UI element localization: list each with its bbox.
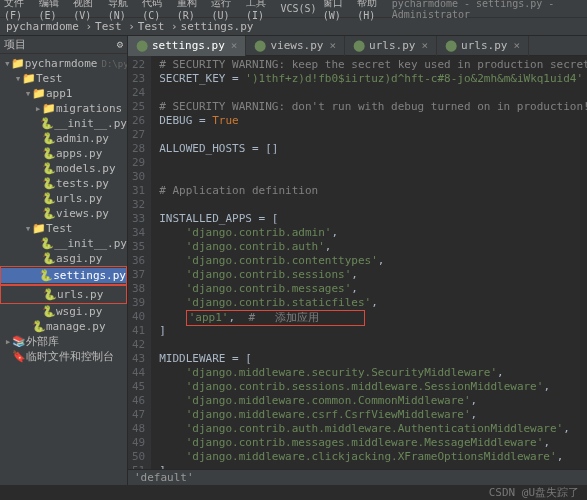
code-line[interactable]: 'django.contrib.sessions', [159, 268, 587, 282]
menu-item[interactable]: 编辑(E) [39, 0, 68, 21]
tree-node[interactable]: 🐍urls.py [1, 287, 126, 302]
code-line[interactable]: ] [159, 324, 587, 338]
code-line[interactable] [159, 338, 587, 352]
expand-icon[interactable]: ▾ [14, 72, 22, 85]
close-icon[interactable]: × [513, 39, 520, 52]
code-line[interactable]: 'django.middleware.common.CommonMiddlewa… [159, 394, 587, 408]
expand-icon[interactable]: ▾ [24, 222, 32, 235]
expand-icon[interactable]: ▸ [4, 335, 12, 348]
editor-tab[interactable]: ⬤urls.py× [437, 36, 529, 56]
editor-tab[interactable]: ⬤views.py× [246, 36, 345, 56]
code-line[interactable]: 'django.contrib.admin', [159, 226, 587, 240]
code-line[interactable]: SECRET_KEY = ')1thf+z)d!fb0$iirtuz)d^hft… [159, 72, 587, 86]
tree-label: apps.py [56, 147, 102, 160]
gear-icon[interactable]: ⚙ [116, 38, 123, 51]
code-line[interactable] [159, 198, 587, 212]
file-icon: 🐍 [42, 132, 54, 145]
menu-item[interactable]: 文件(F) [4, 0, 33, 21]
gutter: 2223242526272829303132333435363738394041… [128, 56, 151, 469]
code-line[interactable]: 'django.middleware.clickjacking.XFrameOp… [159, 450, 587, 464]
python-icon: ⬤ [353, 39, 365, 52]
file-icon: 🐍 [40, 117, 52, 130]
code-line[interactable]: 'django.contrib.auth.middleware.Authenti… [159, 422, 587, 436]
code-line[interactable]: 'django.contrib.messages', [159, 282, 587, 296]
code-line[interactable]: ALLOWED_HOSTS = [] [159, 142, 587, 156]
tree-node[interactable]: ▾📁pycharmdomeD:\pycharmdome [0, 56, 127, 71]
tree-node[interactable]: ▾📁Test [0, 71, 127, 86]
code-line[interactable]: 'app1', # 添加应用 [159, 310, 587, 324]
tree-node[interactable]: 🐍models.py [0, 161, 127, 176]
tree-node[interactable]: 🐍__init__.py [0, 116, 127, 131]
file-icon: 📚 [12, 335, 24, 348]
menu-item[interactable]: 代码(C) [142, 0, 171, 21]
close-icon[interactable]: × [329, 39, 336, 52]
code-line[interactable]: 'django.contrib.auth', [159, 240, 587, 254]
project-sidebar: 项目 ⚙ ▾📁pycharmdomeD:\pycharmdome▾📁Test▾📁… [0, 36, 128, 485]
menu-item[interactable]: 工具(I) [246, 0, 275, 21]
code-editor[interactable]: 2223242526272829303132333435363738394041… [128, 56, 587, 469]
code-line[interactable]: # Application definition [159, 184, 587, 198]
tree-label: models.py [56, 162, 116, 175]
sidebar-header: 项目 ⚙ [0, 36, 127, 54]
code-line[interactable] [159, 86, 587, 100]
tree-node[interactable]: ▾📁app1 [0, 86, 127, 101]
menu-item[interactable]: 导航(N) [108, 0, 137, 21]
code-line[interactable]: # SECURITY WARNING: don't run with debug… [159, 100, 587, 114]
file-icon: 🐍 [32, 320, 44, 333]
crumb-item[interactable]: settings.py [181, 20, 254, 33]
code-line[interactable] [159, 128, 587, 142]
tree-node[interactable]: 🐍wsgi.py [0, 304, 127, 319]
tree-label: admin.py [56, 132, 109, 145]
tree-label: app1 [46, 87, 73, 100]
tree-node[interactable]: 🐍settings.py [1, 268, 126, 283]
file-icon: 📁 [42, 102, 54, 115]
crumb-item[interactable]: pycharmdome › [6, 20, 92, 33]
code-line[interactable]: INSTALLED_APPS = [ [159, 212, 587, 226]
tree-node[interactable]: 🐍tests.py [0, 176, 127, 191]
tree-node[interactable]: 🐍__init__.py [0, 236, 127, 251]
tree-node[interactable]: 🐍manage.py [0, 319, 127, 334]
tree-node[interactable]: 🐍asgi.py [0, 251, 127, 266]
close-icon[interactable]: × [231, 39, 238, 52]
menu-item[interactable]: 帮助(H) [357, 0, 386, 21]
expand-icon[interactable]: ▸ [34, 102, 42, 115]
crumb-item[interactable]: Test › [138, 20, 178, 33]
code-line[interactable]: 'django.middleware.csrf.CsrfViewMiddlewa… [159, 408, 587, 422]
close-icon[interactable]: × [421, 39, 428, 52]
sidebar-title: 项目 [4, 37, 26, 52]
tree-label: wsgi.py [56, 305, 102, 318]
expand-icon[interactable]: ▾ [24, 87, 32, 100]
tree-node[interactable]: 🐍urls.py [0, 191, 127, 206]
editor-tab[interactable]: ⬤urls.py× [345, 36, 437, 56]
tree-node[interactable]: 🐍admin.py [0, 131, 127, 146]
file-icon: 📁 [22, 72, 34, 85]
code-line[interactable]: 'django.contrib.contenttypes', [159, 254, 587, 268]
code-line[interactable]: MIDDLEWARE = [ [159, 352, 587, 366]
tree-node[interactable]: 🐍apps.py [0, 146, 127, 161]
crumb-item[interactable]: Test › [95, 20, 135, 33]
tree-node[interactable]: ▾📁Test [0, 221, 127, 236]
menu-item[interactable]: 运行(U) [211, 0, 240, 21]
tree-node[interactable]: 🐍views.py [0, 206, 127, 221]
code-line[interactable] [159, 156, 587, 170]
code-line[interactable]: DEBUG = True [159, 114, 587, 128]
code-line[interactable] [159, 170, 587, 184]
editor-tab[interactable]: ⬤settings.py× [128, 36, 246, 56]
menu-item[interactable]: 重构(R) [177, 0, 206, 21]
project-tree[interactable]: ▾📁pycharmdomeD:\pycharmdome▾📁Test▾📁app1▸… [0, 54, 127, 485]
code-line[interactable]: 'django.contrib.staticfiles', [159, 296, 587, 310]
tree-node[interactable]: 🔖临时文件和控制台 [0, 349, 127, 364]
source[interactable]: # SECURITY WARNING: keep the secret key … [151, 56, 587, 469]
tree-label: pycharmdome [25, 57, 98, 70]
tree-node[interactable]: ▸📁migrations [0, 101, 127, 116]
code-line[interactable]: 'django.contrib.sessions.middleware.Sess… [159, 380, 587, 394]
tree-node[interactable]: ▸📚外部库 [0, 334, 127, 349]
menu-item[interactable]: VCS(S) [281, 3, 317, 14]
expand-icon[interactable]: ▾ [4, 57, 11, 70]
tab-label: views.py [270, 39, 323, 52]
menu-item[interactable]: 视图(V) [73, 0, 102, 21]
code-line[interactable]: 'django.contrib.messages.middleware.Mess… [159, 436, 587, 450]
code-line[interactable]: # SECURITY WARNING: keep the secret key … [159, 58, 587, 72]
code-line[interactable]: 'django.middleware.security.SecurityMidd… [159, 366, 587, 380]
menu-item[interactable]: 窗口(W) [323, 0, 352, 21]
